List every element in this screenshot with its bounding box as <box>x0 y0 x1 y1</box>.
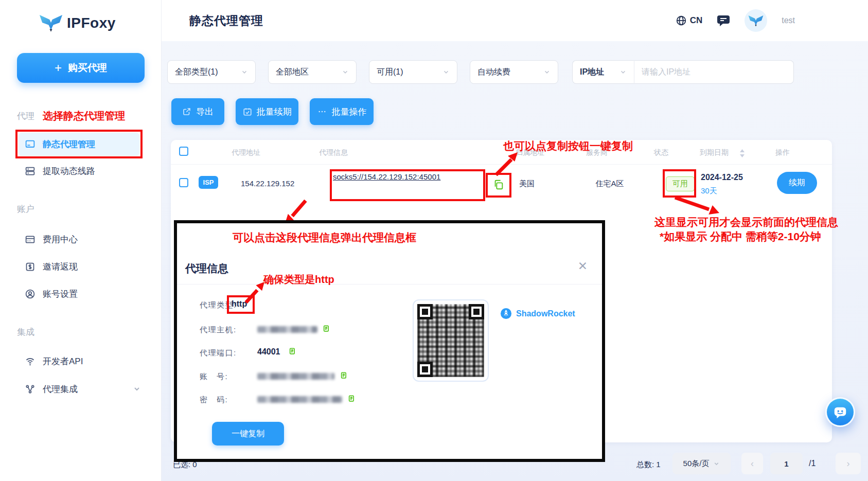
proxy-info-link[interactable]: socks5://154.22.129.152:45001 <box>333 172 479 182</box>
col-proxy-info: 代理信息 <box>319 148 348 157</box>
language-switcher[interactable]: CN <box>676 15 703 26</box>
masked-account-value <box>257 373 334 380</box>
page-size-select[interactable]: 50条/页 <box>672 453 731 474</box>
current-page-value: 1 <box>784 459 788 468</box>
sidebar-item-label: 账号设置 <box>43 288 78 300</box>
qr-finder <box>417 362 433 377</box>
proxy-type-value: http <box>232 299 247 309</box>
renew-button[interactable]: 续期 <box>777 172 817 194</box>
qr-finder <box>417 304 433 319</box>
filter-autorenew-select[interactable]: 自动续费 <box>470 60 558 84</box>
copy-all-button[interactable]: 一键复制 <box>212 422 284 446</box>
username: test <box>782 16 795 25</box>
annotation-popup-hint: 可以点击这段代理信息弹出代理信息框 <box>233 230 416 245</box>
chat-widget-button[interactable] <box>825 397 855 427</box>
calendar-check-icon <box>243 107 252 116</box>
cell-remaining-days: 30天 <box>701 186 717 196</box>
filter-status-value: 可用(1) <box>377 67 403 78</box>
proxy-info-modal: 可以点击这段代理信息弹出代理信息框 代理信息 ✕ 确保类型是http 代理类型:… <box>174 220 605 462</box>
chevron-down-icon[interactable] <box>133 385 141 393</box>
annotation-copy-hint: 也可以点复制按钮一键复制 <box>503 139 633 153</box>
sidebar-item-account-settings[interactable]: 账号设置 <box>19 283 142 304</box>
message-icon[interactable] <box>717 14 730 27</box>
current-page[interactable]: 1 <box>770 453 803 474</box>
sidebar-item-label: 开发者API <box>43 355 83 367</box>
chevron-down-icon <box>342 68 349 76</box>
col-action: 操作 <box>775 148 790 157</box>
filter-ip-field-select[interactable]: IP地址 <box>572 60 634 84</box>
copy-password-icon[interactable] <box>346 393 355 403</box>
integration-icon <box>25 384 36 395</box>
copy-port-icon[interactable] <box>287 346 296 355</box>
close-icon[interactable]: ✕ <box>578 260 588 272</box>
plus-icon: + <box>55 62 62 74</box>
sidebar-item-developer-api[interactable]: 开发者API <box>19 351 142 371</box>
filter-type-value: 全部类型(1) <box>175 67 218 78</box>
masked-password-value <box>257 396 342 403</box>
select-all-checkbox[interactable] <box>179 147 188 156</box>
sidebar-item-label: 静态代理管理 <box>43 138 95 150</box>
avatar[interactable] <box>745 9 767 32</box>
monitor-icon <box>25 139 36 150</box>
shadowrocket-icon <box>500 308 512 319</box>
sort-icon[interactable] <box>739 149 745 158</box>
copy-proxy-icon[interactable] <box>493 179 504 190</box>
sidebar: IPFoxy + 购买代理 代理 选择静态代理管理 静态代理管理 提取动态线路 … <box>0 0 162 481</box>
account-label: 账 号: <box>200 372 228 382</box>
copy-host-icon[interactable] <box>321 323 330 333</box>
row-checkbox[interactable] <box>179 178 188 187</box>
divider <box>171 164 832 165</box>
chevron-down-icon <box>619 68 627 76</box>
sidebar-item-proxy-integration[interactable]: 代理集成 <box>19 379 142 399</box>
batch-ops-label: 批量操作 <box>332 106 367 118</box>
qr-code <box>413 299 489 382</box>
export-button[interactable]: 导出 <box>171 98 224 125</box>
col-proxy-address: 代理地址 <box>232 148 260 157</box>
chevron-down-icon <box>543 68 551 76</box>
filter-status-select[interactable]: 可用(1) <box>369 60 457 84</box>
chevron-down-icon <box>241 68 248 76</box>
nav-group-proxy: 代理 <box>17 110 34 122</box>
annotation-status-hint-2: *如果显示 分配中 需稍等2-10分钟 <box>660 229 821 244</box>
shadowrocket-row: ShadowRocket <box>500 308 575 319</box>
sidebar-item-label: 提取动态线路 <box>43 165 95 177</box>
user-icon <box>25 289 36 299</box>
filter-region-select[interactable]: 全部地区 <box>268 60 357 84</box>
cell-provider: 住宅A区 <box>584 179 635 189</box>
batch-ops-button[interactable]: 批量操作 <box>310 98 374 125</box>
next-page-button[interactable]: › <box>836 453 861 474</box>
prev-page-button[interactable]: ‹ <box>741 453 763 474</box>
status-badge: 可用 <box>666 176 695 191</box>
batch-renew-label: 批量续期 <box>257 106 292 118</box>
isp-badge: ISP <box>199 176 218 189</box>
dollar-icon <box>25 261 36 272</box>
sidebar-item-label: 费用中心 <box>43 234 78 245</box>
sidebar-item-dynamic-lines[interactable]: 提取动态线路 <box>19 161 142 181</box>
masked-host-value <box>257 326 317 333</box>
buy-proxy-button[interactable]: + 购买代理 <box>17 53 145 83</box>
sidebar-item-static-proxy[interactable]: 静态代理管理 <box>19 133 139 156</box>
ip-search-input[interactable] <box>634 60 794 84</box>
page-size-value: 50条/页 <box>683 459 710 469</box>
sidebar-item-billing-center[interactable]: 费用中心 <box>19 229 142 250</box>
logo[interactable]: IPFoxy <box>39 13 116 33</box>
copy-account-icon[interactable] <box>339 370 347 380</box>
total-count: 总数: 1 <box>636 460 661 470</box>
cell-location: 美国 <box>511 179 542 189</box>
proxy-type-label: 代理类型: <box>200 300 237 310</box>
sidebar-item-invite-rebate[interactable]: 邀请返现 <box>19 256 142 277</box>
password-label: 密 码: <box>200 395 228 405</box>
batch-renew-button[interactable]: 批量续期 <box>236 98 298 125</box>
chevron-down-icon <box>442 68 450 76</box>
buy-proxy-label: 购买代理 <box>68 61 107 75</box>
nav-group-integration: 集成 <box>17 326 34 338</box>
server-icon <box>25 166 36 176</box>
filter-type-select[interactable]: 全部类型(1) <box>167 60 256 84</box>
proxy-port-label: 代理端口: <box>200 348 237 358</box>
page-total: /1 <box>809 459 816 468</box>
col-status: 状态 <box>654 148 668 157</box>
globe-icon <box>676 15 687 26</box>
col-expire-date: 到期日期 <box>700 148 729 157</box>
topbar: 静态代理管理 CN test <box>162 0 868 41</box>
api-icon <box>25 356 36 367</box>
